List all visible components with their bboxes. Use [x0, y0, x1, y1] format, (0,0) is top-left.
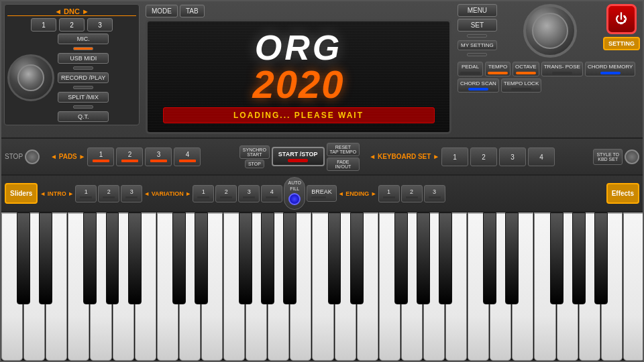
- mode-btn[interactable]: MODE: [146, 5, 178, 17]
- pad-btn-2[interactable]: 2: [116, 147, 143, 166]
- effects-btn[interactable]: Effects: [606, 183, 639, 204]
- chord-scan-btn[interactable]: CHORD SCAN: [458, 78, 499, 93]
- reset-btn[interactable]: RESETTAP TEMPO: [327, 143, 360, 156]
- octave-btn[interactable]: OCTAVE: [513, 62, 539, 76]
- org-title: ORG: [255, 30, 342, 65]
- black-key-1-0[interactable]: [172, 213, 186, 304]
- start-stop-btn[interactable]: START /STOP: [272, 147, 325, 166]
- black-key-2-0[interactable]: [328, 213, 341, 304]
- style-to-kbd-btn[interactable]: STYLE TOKBD SET: [593, 149, 623, 165]
- black-key-1-2[interactable]: [239, 213, 252, 304]
- sliders-btn[interactable]: Sliders: [5, 183, 38, 204]
- set-led: [467, 34, 487, 38]
- pedal-btn[interactable]: PEDAL: [458, 62, 483, 76]
- chord-memory-led: [600, 72, 621, 74]
- end-btn-1[interactable]: 1: [378, 185, 400, 202]
- qt-btn[interactable]: Q.T.: [58, 111, 109, 122]
- octave-led: [516, 72, 536, 74]
- pad-btn-1[interactable]: 1: [87, 147, 114, 166]
- intro-btn-1[interactable]: 1: [75, 185, 97, 202]
- keyboard-section: [1, 213, 643, 361]
- ending-label: ◄ ENDING ►: [338, 190, 377, 197]
- display-screen: ORG 2020 LOADING... PLEASE WAIT: [146, 19, 451, 134]
- tab-btn[interactable]: TAB: [180, 5, 205, 17]
- loading-bar: LOADING... PLEASE WAIT: [163, 107, 435, 123]
- auto-fill-btn[interactable]: AUTO FILL: [284, 177, 305, 210]
- my-setting-btn[interactable]: MY SETTING: [458, 40, 497, 50]
- var-btn-3[interactable]: 3: [238, 185, 260, 202]
- dnc-btn-3[interactable]: 3: [87, 18, 113, 32]
- tempo-led: [488, 72, 508, 74]
- main-knob[interactable]: [523, 4, 577, 58]
- power-btn[interactable]: ⏻: [606, 4, 637, 34]
- power-setting-col: ⏻ SETTING: [603, 4, 640, 50]
- chord-memory-btn[interactable]: CHORD MEMORY: [585, 62, 635, 76]
- right-panel: MENU SET MY SETTING ⏻ SETTING: [455, 1, 643, 137]
- pads-section: 1 2 3 4: [87, 147, 237, 166]
- end-btn-2[interactable]: 2: [401, 185, 423, 202]
- dnc-btn-1[interactable]: 1: [31, 18, 56, 32]
- synchro-stop-btn[interactable]: STOP: [245, 160, 264, 168]
- keyboard-app: DNC 1 2 3 MIC. USB MIDI RECORD /PLA: [0, 0, 644, 362]
- setting-btn[interactable]: SETTING: [603, 37, 640, 50]
- break-btn[interactable]: BREAK: [307, 185, 337, 202]
- black-key-3-3[interactable]: [572, 213, 586, 304]
- black-key-3-0[interactable]: [483, 213, 496, 304]
- kbd-btn-3[interactable]: 3: [499, 147, 526, 166]
- white-key-28[interactable]: [623, 213, 643, 361]
- black-key-0-3[interactable]: [106, 213, 119, 304]
- stop-label: STOP: [5, 153, 23, 160]
- split-mix-led: [73, 105, 93, 109]
- keyboard-set-label: ◄ KEYBOARD SET ►: [369, 153, 439, 160]
- usb-midi-btn[interactable]: USB MIDI: [58, 53, 109, 64]
- var-btn-2[interactable]: 2: [215, 185, 237, 202]
- black-key-0-2[interactable]: [83, 213, 97, 304]
- black-key-2-2[interactable]: [394, 213, 408, 304]
- menu-btn[interactable]: MENU: [458, 4, 497, 17]
- end-knob[interactable]: [625, 149, 639, 164]
- black-key-1-1[interactable]: [195, 213, 208, 304]
- mic-btn[interactable]: MIC.: [58, 34, 109, 44]
- black-key-1-4[interactable]: [283, 213, 297, 304]
- tempo-btn[interactable]: TEMPO: [485, 62, 511, 76]
- dnc-btn-2[interactable]: 2: [59, 18, 85, 32]
- fade-btn[interactable]: FADEIN/OUT: [327, 158, 360, 171]
- intro-btn-3[interactable]: 3: [121, 185, 142, 202]
- black-key-0-1[interactable]: [39, 213, 52, 304]
- record-play-btn[interactable]: RECORD /PLAY: [58, 72, 109, 83]
- intro-btn-2[interactable]: 2: [98, 185, 119, 202]
- tempo-lock-led: [511, 88, 531, 90]
- set-led-row: [458, 34, 497, 38]
- var-btn-4[interactable]: 4: [261, 185, 282, 202]
- black-key-0-0[interactable]: [17, 213, 30, 304]
- tempo-lock-btn[interactable]: TEMPO LOCK: [501, 78, 541, 93]
- synchro-start-btn[interactable]: SYNCHROSTART: [239, 145, 270, 159]
- black-key-2-4[interactable]: [439, 213, 452, 304]
- transpose-btn[interactable]: TRANS- POSE: [541, 62, 583, 76]
- pad-btn-3[interactable]: 3: [145, 147, 172, 166]
- black-key-2-1[interactable]: [350, 213, 364, 304]
- split-mix-btn[interactable]: SPLIT /MIX: [58, 92, 109, 103]
- variation-section: Sliders ◄ INTRO ► 1 2 3 ◄ VARIATION ► 1: [1, 176, 643, 213]
- black-key-3-2[interactable]: [550, 213, 564, 304]
- black-key-1-3[interactable]: [261, 213, 274, 304]
- stop-knob[interactable]: [25, 149, 40, 164]
- synchro-section: SYNCHROSTART STOP: [239, 145, 270, 168]
- transpose-led: [552, 72, 572, 74]
- kbd-btn-4[interactable]: 4: [528, 147, 555, 166]
- black-key-0-4[interactable]: [128, 213, 142, 304]
- var-btn-1[interactable]: 1: [193, 185, 214, 202]
- start-stop-led: [288, 159, 308, 162]
- black-key-3-1[interactable]: [505, 213, 519, 304]
- pad-btn-4[interactable]: 4: [174, 147, 201, 166]
- black-key-2-3[interactable]: [417, 213, 430, 304]
- black-key-3-4[interactable]: [594, 213, 608, 304]
- param-grid: PEDAL TEMPO OCTAVE TRANS- POSE CHORD MEM…: [458, 62, 640, 93]
- left-panel: DNC 1 2 3 MIC. USB MIDI RECORD /PLA: [1, 1, 142, 137]
- kbd-btn-1[interactable]: 1: [441, 147, 468, 166]
- end-btn-3[interactable]: 3: [424, 185, 445, 202]
- big-knob[interactable]: [7, 54, 54, 101]
- kbd-btn-2[interactable]: 2: [470, 147, 497, 166]
- transport-section: STOP ◄ PADS ► 1 2 3 4 SYNCHROS: [1, 139, 643, 176]
- set-btn[interactable]: SET: [458, 19, 497, 32]
